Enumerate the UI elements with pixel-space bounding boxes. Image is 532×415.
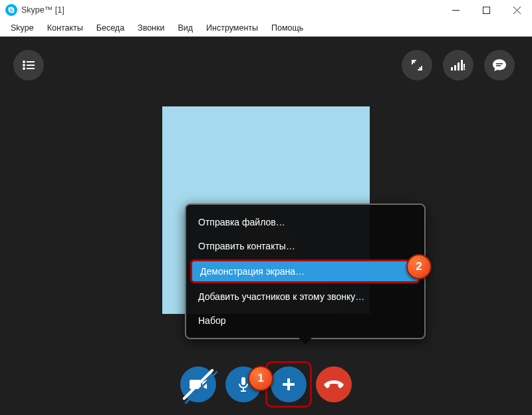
annotation-badge-2: 2: [406, 254, 432, 279]
svg-rect-2: [483, 7, 489, 13]
svg-rect-8: [27, 65, 35, 66]
call-quality-button[interactable]: [443, 50, 473, 80]
window-controls: [440, 0, 532, 20]
call-list-button[interactable]: [13, 50, 44, 80]
menu-tools[interactable]: Инструменты: [200, 21, 265, 35]
menu-conversation[interactable]: Беседа: [90, 21, 131, 35]
svg-point-16: [464, 69, 466, 70]
titlebar: S Skype™ [1]: [0, 0, 532, 20]
call-area: Отправка файлов… Отправить контакты… Дем…: [0, 37, 532, 415]
svg-rect-14: [461, 60, 463, 70]
svg-rect-24: [283, 383, 295, 386]
svg-rect-11: [451, 67, 453, 70]
window-title: Skype™ [1]: [21, 5, 65, 15]
svg-rect-6: [27, 61, 35, 63]
hangup-button[interactable]: [316, 366, 352, 402]
menu-view[interactable]: Вид: [171, 21, 200, 35]
svg-rect-12: [454, 65, 456, 70]
close-button[interactable]: [501, 0, 532, 20]
fullscreen-button[interactable]: [402, 50, 432, 80]
svg-rect-15: [464, 64, 465, 68]
menu-item-send-files[interactable]: Отправка файлов…: [186, 210, 424, 234]
svg-rect-10: [27, 68, 35, 69]
svg-point-5: [23, 61, 25, 63]
minimize-button[interactable]: [440, 0, 471, 20]
plus-button[interactable]: [271, 366, 307, 402]
annotation-badge-1: 1: [248, 366, 273, 391]
video-off-icon: [182, 368, 214, 400]
svg-text:S: S: [10, 8, 13, 13]
menu-calls[interactable]: Звонки: [131, 21, 171, 35]
plus-menu-popup: Отправка файлов… Отправить контакты… Дем…: [185, 204, 426, 339]
svg-point-7: [23, 64, 25, 67]
chat-button[interactable]: [484, 50, 515, 80]
svg-rect-20: [241, 377, 245, 385]
video-toggle-button[interactable]: [180, 366, 216, 402]
menu-item-add-people[interactable]: Добавить участников к этому звонку…: [186, 285, 424, 309]
svg-rect-18: [496, 65, 501, 67]
svg-rect-13: [458, 63, 460, 70]
menu-skype[interactable]: Skype: [4, 21, 41, 35]
menu-item-dialpad[interactable]: Набор: [186, 309, 424, 333]
menubar: Skype Контакты Беседа Звонки Вид Инструм…: [0, 20, 532, 37]
menu-item-share-screen[interactable]: Демонстрация экрана…: [190, 259, 420, 283]
menu-item-send-contacts[interactable]: Отправить контакты…: [186, 234, 424, 258]
svg-rect-17: [496, 63, 503, 65]
plus-button-wrap: [271, 366, 307, 402]
menu-contacts[interactable]: Контакты: [41, 21, 90, 35]
skype-icon: S: [5, 4, 17, 16]
maximize-button[interactable]: [471, 0, 501, 20]
svg-point-9: [23, 67, 25, 70]
menu-help[interactable]: Помощь: [265, 21, 310, 35]
